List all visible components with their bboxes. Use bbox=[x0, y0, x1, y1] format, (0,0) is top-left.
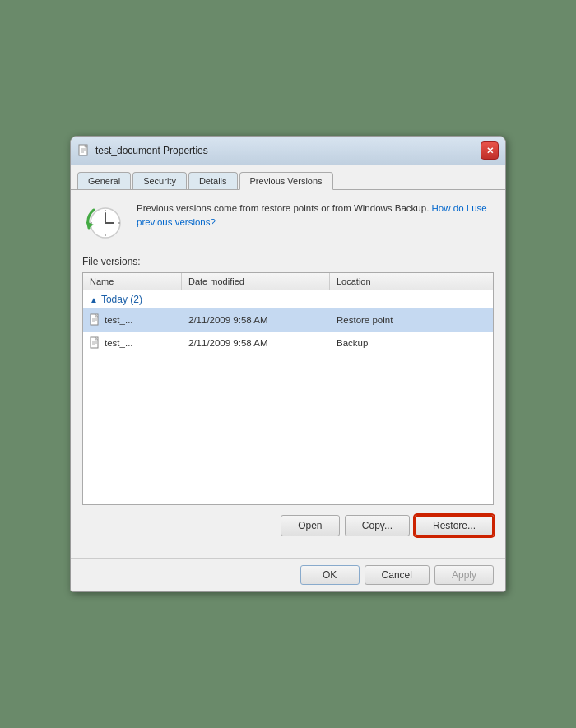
title-bar: test_document Properties ✕ bbox=[71, 137, 505, 165]
col-header-date: Date modified bbox=[182, 273, 330, 290]
list-header: Name Date modified Location bbox=[83, 273, 493, 290]
file-versions-label: File versions: bbox=[82, 256, 494, 267]
group-expand-icon: ▲ bbox=[90, 295, 98, 304]
copy-button[interactable]: Copy... bbox=[345, 515, 410, 536]
col-header-name: Name bbox=[83, 273, 182, 290]
file-icon bbox=[90, 336, 101, 350]
open-button[interactable]: Open bbox=[281, 515, 340, 536]
title-bar-left: test_document Properties bbox=[77, 144, 208, 157]
row-name: test_... bbox=[83, 311, 182, 329]
row-location: Restore point bbox=[330, 311, 493, 329]
apply-button[interactable]: Apply bbox=[434, 565, 494, 585]
window-icon bbox=[77, 144, 91, 157]
table-row[interactable]: test_... 2/11/2009 9:58 AM Restore point bbox=[83, 308, 493, 332]
action-buttons: Open Copy... Restore... bbox=[82, 515, 494, 536]
group-label: Today (2) bbox=[101, 294, 142, 305]
info-description: Previous versions come from restore poin… bbox=[137, 202, 494, 230]
tab-content: Previous versions come from restore poin… bbox=[71, 190, 505, 558]
info-section: Previous versions come from restore poin… bbox=[82, 202, 494, 244]
tab-details[interactable]: Details bbox=[188, 172, 238, 189]
group-header-today: ▲ Today (2) bbox=[83, 290, 493, 308]
restore-clock-icon bbox=[82, 202, 125, 244]
file-icon bbox=[90, 313, 101, 327]
row-name: test_... bbox=[83, 334, 182, 352]
row-location: Backup bbox=[330, 334, 493, 352]
row-date: 2/11/2009 9:58 AM bbox=[182, 311, 330, 329]
properties-dialog: test_document Properties ✕ General Secur… bbox=[70, 136, 506, 592]
file-versions-list: Name Date modified Location ▲ Today (2) bbox=[82, 272, 494, 505]
col-header-location: Location bbox=[330, 273, 493, 290]
table-row[interactable]: test_... 2/11/2009 9:58 AM Backup bbox=[83, 332, 493, 355]
window-title: test_document Properties bbox=[95, 145, 208, 156]
close-button[interactable]: ✕ bbox=[481, 141, 499, 160]
tab-previous-versions[interactable]: Previous Versions bbox=[239, 172, 333, 190]
restore-button[interactable]: Restore... bbox=[415, 515, 494, 536]
bottom-bar: OK Cancel Apply bbox=[71, 558, 505, 591]
cancel-button[interactable]: Cancel bbox=[365, 565, 430, 585]
tab-bar: General Security Details Previous Versio… bbox=[71, 165, 505, 190]
ok-button[interactable]: OK bbox=[300, 565, 360, 585]
tab-security[interactable]: Security bbox=[132, 172, 187, 189]
tab-general[interactable]: General bbox=[77, 172, 131, 189]
list-body: ▲ Today (2) bbox=[83, 290, 493, 504]
row-date: 2/11/2009 9:58 AM bbox=[182, 334, 330, 352]
